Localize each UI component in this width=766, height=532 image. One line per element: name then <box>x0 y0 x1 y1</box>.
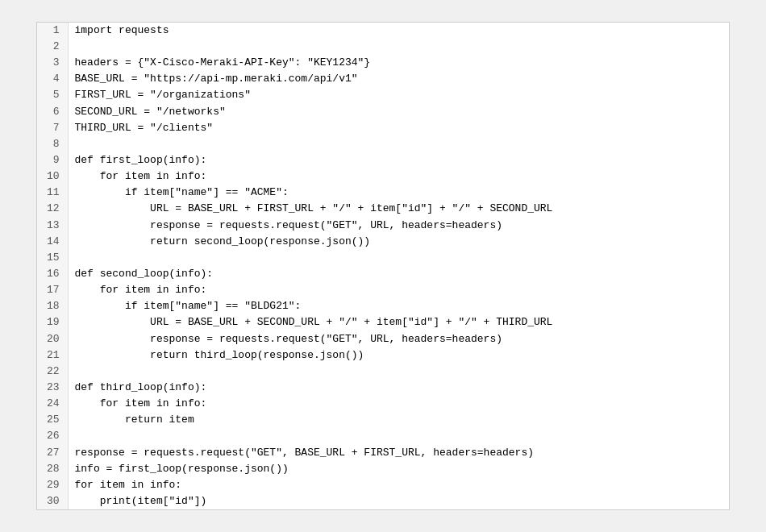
line-number: 14 <box>37 234 68 250</box>
line-number: 10 <box>37 168 68 185</box>
code-line: THIRD_URL = "/clients" <box>68 120 729 136</box>
line-number: 16 <box>37 266 68 282</box>
line-number: 2 <box>37 39 68 55</box>
line-number: 9 <box>37 152 68 168</box>
line-number: 7 <box>37 120 68 136</box>
line-number: 30 <box>37 493 68 509</box>
line-number: 21 <box>37 347 68 364</box>
code-line <box>68 364 729 380</box>
table-row: 5FIRST_URL = "/organizations" <box>37 87 729 103</box>
line-number: 24 <box>37 396 68 412</box>
code-line: def second_loop(info): <box>68 266 729 282</box>
table-row: 21 return third_loop(response.json()) <box>37 347 729 364</box>
table-row: 13 response = requests.request("GET", UR… <box>37 218 729 234</box>
code-line: headers = {"X-Cisco-Meraki-API-Key": "KE… <box>68 55 729 71</box>
code-line: return item <box>68 412 729 428</box>
table-row: 11 if item["name"] == "ACME": <box>37 185 729 201</box>
line-number: 6 <box>37 104 68 120</box>
table-row: 29for item in info: <box>37 477 729 493</box>
line-number: 12 <box>37 201 68 217</box>
code-line: if item["name"] == "BLDG21": <box>68 298 729 314</box>
table-row: 12 URL = BASE_URL + FIRST_URL + "/" + it… <box>37 201 729 217</box>
code-line: SECOND_URL = "/networks" <box>68 104 729 120</box>
code-line <box>68 39 729 55</box>
line-number: 4 <box>37 71 68 87</box>
table-row: 2 <box>37 39 729 55</box>
code-line <box>68 250 729 266</box>
code-line: response = requests.request("GET", URL, … <box>68 331 729 347</box>
table-row: 22 <box>37 364 729 380</box>
code-editor: 1import requests23headers = {"X-Cisco-Me… <box>36 22 730 510</box>
code-line: URL = BASE_URL + SECOND_URL + "/" + item… <box>68 314 729 330</box>
code-line: for item in info: <box>68 396 729 412</box>
line-number: 17 <box>37 282 68 298</box>
line-number: 20 <box>37 331 68 347</box>
code-line: response = requests.request("GET", URL, … <box>68 218 729 234</box>
line-number: 23 <box>37 380 68 396</box>
line-number: 27 <box>37 445 68 461</box>
table-row: 4BASE_URL = "https://api-mp.meraki.com/a… <box>37 71 729 87</box>
table-row: 30 print(item["id"]) <box>37 493 729 509</box>
line-number: 13 <box>37 218 68 234</box>
line-number: 3 <box>37 55 68 71</box>
table-row: 20 response = requests.request("GET", UR… <box>37 331 729 347</box>
table-row: 3headers = {"X-Cisco-Meraki-API-Key": "K… <box>37 55 729 71</box>
table-row: 14 return second_loop(response.json()) <box>37 234 729 250</box>
code-line: FIRST_URL = "/organizations" <box>68 87 729 103</box>
line-number: 18 <box>37 298 68 314</box>
code-line: for item in info: <box>68 282 729 298</box>
code-line: return third_loop(response.json()) <box>68 347 729 364</box>
code-line: return second_loop(response.json()) <box>68 234 729 250</box>
code-line: if item["name"] == "ACME": <box>68 185 729 201</box>
code-line: for item in info: <box>68 168 729 185</box>
line-number: 19 <box>37 314 68 330</box>
table-row: 27response = requests.request("GET", BAS… <box>37 445 729 461</box>
line-number: 1 <box>37 23 68 39</box>
code-line: import requests <box>68 23 729 39</box>
line-number: 11 <box>37 185 68 201</box>
code-line: URL = BASE_URL + FIRST_URL + "/" + item[… <box>68 201 729 217</box>
code-line: def first_loop(info): <box>68 152 729 168</box>
line-number: 28 <box>37 461 68 477</box>
table-row: 7THIRD_URL = "/clients" <box>37 120 729 136</box>
line-number: 25 <box>37 412 68 428</box>
code-line: BASE_URL = "https://api-mp.meraki.com/ap… <box>68 71 729 87</box>
code-line: def third_loop(info): <box>68 380 729 396</box>
line-number: 26 <box>37 428 68 444</box>
table-row: 24 for item in info: <box>37 396 729 412</box>
table-row: 16def second_loop(info): <box>37 266 729 282</box>
line-number: 29 <box>37 477 68 493</box>
code-line <box>68 136 729 152</box>
table-row: 6SECOND_URL = "/networks" <box>37 104 729 120</box>
table-row: 9def first_loop(info): <box>37 152 729 168</box>
table-row: 18 if item["name"] == "BLDG21": <box>37 298 729 314</box>
line-number: 15 <box>37 250 68 266</box>
table-row: 25 return item <box>37 412 729 428</box>
table-row: 15 <box>37 250 729 266</box>
line-number: 5 <box>37 87 68 103</box>
table-row: 8 <box>37 136 729 152</box>
code-table: 1import requests23headers = {"X-Cisco-Me… <box>37 23 729 509</box>
table-row: 10 for item in info: <box>37 168 729 185</box>
table-row: 28info = first_loop(response.json()) <box>37 461 729 477</box>
code-line: for item in info: <box>68 477 729 493</box>
code-line: response = requests.request("GET", BASE_… <box>68 445 729 461</box>
table-row: 19 URL = BASE_URL + SECOND_URL + "/" + i… <box>37 314 729 330</box>
table-row: 26 <box>37 428 729 444</box>
line-number: 8 <box>37 136 68 152</box>
line-number: 22 <box>37 364 68 380</box>
code-line: info = first_loop(response.json()) <box>68 461 729 477</box>
table-row: 1import requests <box>37 23 729 39</box>
code-line: print(item["id"]) <box>68 493 729 509</box>
table-row: 23def third_loop(info): <box>37 380 729 396</box>
table-row: 17 for item in info: <box>37 282 729 298</box>
code-line <box>68 428 729 444</box>
